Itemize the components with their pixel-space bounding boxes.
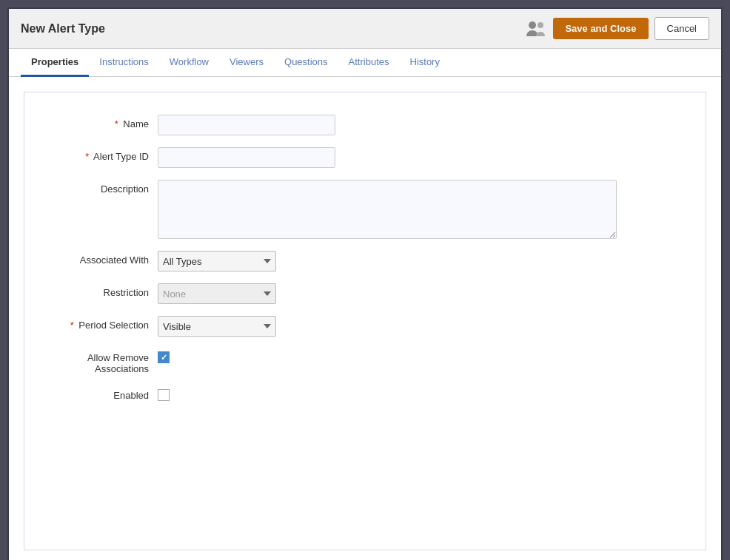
alert-type-id-label: * Alert Type ID bbox=[39, 147, 158, 162]
tab-questions[interactable]: Questions bbox=[274, 49, 338, 77]
svg-point-1 bbox=[538, 22, 543, 28]
header-actions: Save and Close Cancel bbox=[523, 17, 709, 41]
associated-with-row: Associated With All Types Type A Type B bbox=[39, 251, 691, 271]
user-icon[interactable] bbox=[523, 17, 547, 41]
description-label: Description bbox=[39, 180, 158, 195]
tabs-nav: Properties Instructions Workflow Viewers… bbox=[9, 49, 721, 77]
tab-history[interactable]: History bbox=[400, 49, 450, 77]
period-selection-row: * Period Selection Visible Hidden Requir… bbox=[39, 316, 691, 337]
description-row: Description bbox=[39, 180, 691, 239]
enabled-label: Enabled bbox=[39, 386, 158, 401]
enabled-wrapper bbox=[158, 386, 170, 401]
enabled-row: Enabled bbox=[39, 386, 691, 401]
content-area: * Name * Alert Type ID Description bbox=[9, 77, 721, 560]
period-selection-select[interactable]: Visible Hidden Required bbox=[158, 316, 276, 337]
name-required-indicator: * bbox=[115, 118, 118, 129]
tab-viewers[interactable]: Viewers bbox=[219, 49, 274, 77]
tab-properties[interactable]: Properties bbox=[21, 49, 89, 77]
associated-with-select[interactable]: All Types Type A Type B bbox=[158, 251, 276, 271]
allow-remove-associations-wrapper bbox=[158, 348, 170, 363]
name-row: * Name bbox=[39, 115, 691, 135]
period-selection-label: * Period Selection bbox=[39, 316, 158, 331]
restriction-label: Restriction bbox=[39, 283, 158, 298]
period-selection-required-indicator: * bbox=[70, 320, 74, 331]
allow-remove-associations-checkbox[interactable] bbox=[158, 351, 170, 363]
enabled-checkbox[interactable] bbox=[158, 389, 170, 401]
form-container: * Name * Alert Type ID Description bbox=[24, 92, 706, 550]
name-label: * Name bbox=[39, 115, 158, 129]
tab-attributes[interactable]: Attributes bbox=[338, 49, 400, 77]
allow-remove-associations-row: Allow Remove Associations bbox=[39, 348, 691, 374]
alert-type-id-input[interactable] bbox=[158, 147, 335, 168]
associated-with-label: Associated With bbox=[39, 251, 158, 266]
tab-instructions[interactable]: Instructions bbox=[89, 49, 158, 77]
restriction-select[interactable]: None Option 1 Option 2 bbox=[158, 283, 276, 304]
restriction-row: Restriction None Option 1 Option 2 bbox=[39, 283, 691, 304]
header: New Alert Type Save and Close Cancel bbox=[9, 9, 721, 49]
tab-workflow[interactable]: Workflow bbox=[159, 49, 219, 77]
alert-type-id-required-indicator: * bbox=[85, 151, 89, 162]
main-window: New Alert Type Save and Close Cancel Pro… bbox=[7, 7, 723, 560]
svg-point-0 bbox=[529, 21, 536, 29]
allow-remove-associations-label: Allow Remove Associations bbox=[39, 348, 158, 374]
name-input[interactable] bbox=[158, 115, 335, 135]
description-textarea[interactable] bbox=[158, 180, 617, 239]
alert-type-id-row: * Alert Type ID bbox=[39, 147, 691, 168]
save-close-button[interactable]: Save and Close bbox=[553, 18, 648, 39]
page-title: New Alert Type bbox=[21, 22, 105, 36]
cancel-button[interactable]: Cancel bbox=[654, 17, 709, 40]
